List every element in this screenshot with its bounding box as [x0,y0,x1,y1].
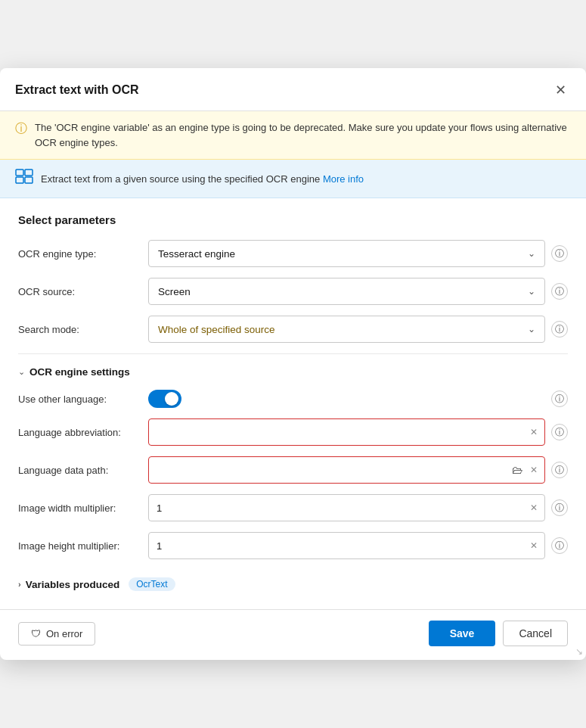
ocr-source-label: OCR source: [18,286,139,297]
search-mode-chevron-icon: ⌄ [528,324,535,334]
variables-row: › Variables produced OcrText [18,570,568,591]
use-other-language-row: Use other language: ⓘ [18,390,568,408]
resize-handle: ↘ [575,646,583,657]
ocr-source-value: Screen [158,286,191,297]
variables-badge: OcrText [129,577,175,591]
language-data-path-folder-button[interactable]: 🗁 [510,462,524,478]
ocr-source-dropdown[interactable]: Screen ⌄ [148,278,545,305]
svg-rect-3 [25,177,33,183]
language-data-path-clear-button[interactable]: ✕ [529,463,539,477]
ocr-settings-header: ⌄ OCR engine settings [18,366,568,378]
image-width-label: Image width multiplier: [18,502,139,514]
image-width-row: Image width multiplier: ✕ ⓘ [18,494,568,521]
search-mode-dropdown[interactable]: Whole of specified source ⌄ [148,316,545,343]
on-error-label: On error [46,628,82,639]
language-abbreviation-input[interactable] [148,418,545,446]
warning-icon: ⓘ [15,121,27,137]
use-other-language-toggle[interactable] [148,390,181,408]
info-banner: Extract text from a given source using t… [0,160,586,198]
dialog-footer: 🛡 On error Save Cancel [0,609,586,660]
image-width-clear-button[interactable]: ✕ [529,501,539,515]
shield-icon: 🛡 [31,628,41,639]
search-mode-info-button[interactable]: ⓘ [551,321,568,338]
variables-label: Variables produced [26,579,120,590]
info-banner-text: Extract text from a given source using t… [41,173,364,185]
use-other-language-label: Use other language: [18,394,139,405]
ocr-icon [15,169,33,188]
image-height-input[interactable] [148,532,545,559]
ocr-source-row: OCR source: Screen ⌄ ⓘ [18,278,568,305]
image-width-info-button[interactable]: ⓘ [551,499,568,516]
section-divider [18,353,568,354]
warning-banner: ⓘ The 'OCR engine variable' as an engine… [0,111,586,160]
variables-expand-icon[interactable]: › [18,580,21,589]
language-data-path-label: Language data path: [18,465,139,476]
ocr-source-info-button[interactable]: ⓘ [551,283,568,300]
language-data-path-row: Language data path: 🗁 ✕ ⓘ [18,456,568,484]
ocr-engine-row: OCR engine type: Tesseract engine ⌄ ⓘ [18,240,568,267]
image-height-row: Image height multiplier: ✕ ⓘ [18,532,568,559]
ocr-settings-title: OCR engine settings [29,366,130,378]
language-abbreviation-row: Language abbreviation: ✕ ⓘ [18,418,568,446]
svg-rect-0 [16,170,23,176]
ocr-engine-label: OCR engine type: [18,248,139,260]
ocr-engine-value: Tesseract engine [158,248,235,260]
search-mode-label: Search mode: [18,324,139,335]
language-data-path-info-button[interactable]: ⓘ [551,462,568,478]
ocr-engine-dropdown[interactable]: Tesseract engine ⌄ [148,240,545,267]
search-mode-value: Whole of specified source [158,324,275,335]
on-error-button[interactable]: 🛡 On error [18,622,95,646]
save-button[interactable]: Save [429,621,496,646]
language-abbreviation-clear-button[interactable]: ✕ [529,425,539,439]
search-mode-row: Search mode: Whole of specified source ⌄… [18,316,568,343]
language-abbreviation-label: Language abbreviation: [18,427,139,438]
image-height-clear-button[interactable]: ✕ [529,539,539,552]
warning-text: The 'OCR engine variable' as an engine t… [35,120,571,150]
image-width-input[interactable] [148,494,545,521]
image-height-info-button[interactable]: ⓘ [551,537,568,554]
ocr-source-chevron-icon: ⌄ [528,286,535,297]
svg-rect-2 [16,177,23,183]
svg-rect-1 [25,170,33,176]
ocr-engine-chevron-icon: ⌄ [528,248,535,259]
ocr-settings-collapse-icon[interactable]: ⌄ [18,367,25,377]
language-data-path-input[interactable] [148,456,545,484]
language-abbreviation-info-button[interactable]: ⓘ [551,424,568,440]
image-height-label: Image height multiplier: [18,540,139,552]
cancel-button[interactable]: Cancel [503,621,568,646]
section-title: Select parameters [18,213,568,226]
use-other-language-info-button[interactable]: ⓘ [551,390,568,407]
ocr-engine-info-button[interactable]: ⓘ [551,245,568,262]
dialog-title: Extract text with OCR [15,83,139,97]
close-button[interactable]: ✕ [550,80,571,100]
more-info-link[interactable]: More info [323,173,364,185]
